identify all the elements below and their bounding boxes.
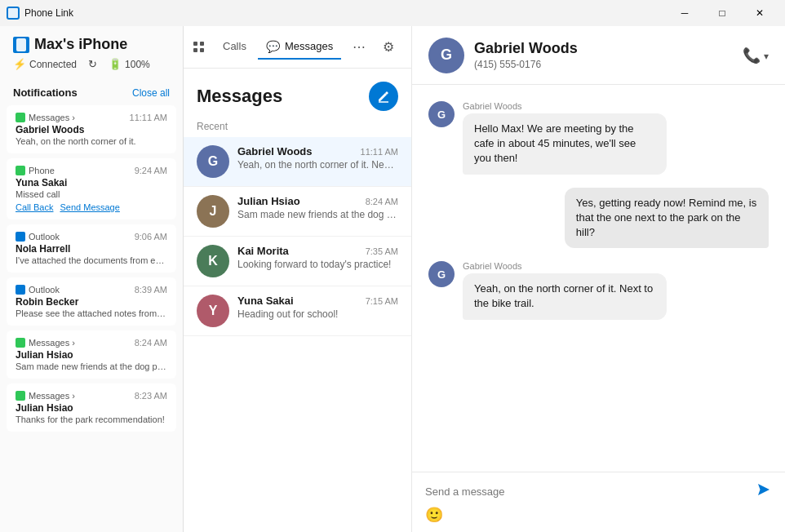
- chat-contact: G Gabriel Woods (415) 555-0176: [428, 38, 578, 73]
- device-name-row: Max's iPhone: [13, 36, 170, 53]
- notif-time: 9:24 AM: [135, 166, 167, 175]
- titlebar: Phone Link ─ □ ✕: [0, 0, 785, 26]
- notif-source-icon: [16, 338, 25, 348]
- msg-name: Kai Morita: [237, 245, 289, 257]
- tab-messages[interactable]: 💬 Messages: [258, 35, 341, 60]
- svg-rect-1: [16, 38, 26, 51]
- msg-content: Yuna Sakai 7:15 AM Heading out for schoo…: [237, 295, 398, 320]
- notif-action-button[interactable]: Send Message: [60, 202, 119, 212]
- close-all-button[interactable]: Close all: [132, 87, 170, 99]
- notif-source-icon: [16, 113, 25, 122]
- msg-content: Kai Morita 7:35 AM Looking forward to to…: [237, 245, 398, 270]
- chat-msg-avatar: G: [428, 261, 455, 287]
- more-options-button[interactable]: ⋯: [346, 34, 372, 60]
- notif-name: Julian Hsiao: [16, 349, 167, 361]
- titlebar-left: Phone Link: [7, 7, 73, 20]
- notif-name: Robin Becker: [16, 296, 167, 308]
- chevron-down-icon: [764, 47, 769, 64]
- notif-name: Gabriel Woods: [16, 124, 167, 135]
- conversation-item[interactable]: Y Yuna Sakai 7:15 AM Heading out for sch…: [184, 286, 411, 336]
- chat-msg-content: Gabriel Woods Hello Max! We are meeting …: [463, 101, 667, 175]
- notif-preview: Please see the attached notes from last …: [16, 308, 167, 318]
- bluetooth-icon: ⚡: [13, 58, 26, 70]
- messages-title: Messages: [197, 86, 282, 107]
- notif-preview: Yeah, on the north corner of it.: [16, 136, 167, 146]
- messages-tab-label: Messages: [285, 40, 333, 52]
- tab-calls[interactable]: Calls: [215, 35, 255, 59]
- notif-source-icon: [16, 391, 25, 401]
- msg-preview: Heading out for school!: [237, 308, 398, 320]
- conversation-item[interactable]: G Gabriel Woods 11:11 AM Yeah, on the no…: [184, 137, 411, 187]
- notif-action-button[interactable]: Call Back: [16, 202, 53, 212]
- messages-panel: Calls 💬 Messages ⋯ ⚙ Messages Recent: [184, 26, 412, 532]
- notifications-header: Notifications Close all: [0, 80, 183, 102]
- bluetooth-label: Connected: [29, 59, 77, 70]
- app-icon: [7, 7, 20, 20]
- top-nav: Calls 💬 Messages ⋯ ⚙: [184, 26, 411, 69]
- conversation-item[interactable]: J Julian Hsiao 8:24 AM Sam made new frie…: [184, 187, 411, 237]
- titlebar-controls: ─ □ ✕: [666, 0, 778, 26]
- conversation-item[interactable]: K Kai Morita 7:35 AM Looking forward to …: [184, 237, 411, 286]
- message-list: G Gabriel Woods 11:11 AM Yeah, on the no…: [184, 137, 411, 532]
- avatar: Y: [197, 295, 229, 327]
- sync-status: ↻: [88, 58, 97, 70]
- phone-icon: 📞: [743, 47, 761, 64]
- chat-contact-info: Gabriel Woods (415) 555-0176: [474, 40, 578, 70]
- avatar: K: [197, 245, 229, 277]
- notif-time: 9:06 AM: [135, 232, 167, 242]
- battery-icon: 🔋: [109, 58, 122, 70]
- msg-preview: Sam made new friends at the dog park yes…: [237, 209, 398, 220]
- maximize-button[interactable]: □: [703, 0, 741, 26]
- notif-preview: Missed call: [16, 189, 167, 199]
- notification-item[interactable]: Messages › 8:23 AM Julian Hsiao Thanks f…: [7, 383, 176, 432]
- chat-contact-name: Gabriel Woods: [474, 40, 578, 57]
- msg-time: 8:24 AM: [366, 197, 398, 206]
- msg-name: Gabriel Woods: [237, 145, 313, 157]
- notification-item[interactable]: Outlook 9:06 AM Nola Harrell I've attach…: [7, 224, 176, 273]
- settings-button[interactable]: ⚙: [375, 34, 401, 60]
- chat-bubble: Hello Max! We are meeting by the cafe in…: [463, 113, 667, 175]
- chat-input-row: [425, 481, 772, 503]
- sync-icon: ↻: [88, 58, 97, 70]
- grid-icon: [193, 42, 205, 53]
- notif-time: 8:23 AM: [135, 391, 167, 401]
- calls-tab-label: Calls: [223, 40, 246, 52]
- notif-name: Yuna Sakai: [16, 177, 167, 188]
- device-name: Max's iPhone: [34, 36, 127, 53]
- messages-header: Messages: [184, 69, 411, 117]
- msg-name: Julian Hsiao: [237, 195, 300, 207]
- notif-source: Messages ›: [16, 113, 75, 122]
- chat-message-row: Yes, getting ready now! Remind me, is th…: [428, 188, 769, 249]
- call-button[interactable]: 📞: [743, 47, 769, 64]
- avatar: G: [197, 145, 229, 178]
- notification-item[interactable]: Phone 9:24 AM Yuna Sakai Missed call Cal…: [7, 158, 176, 219]
- device-status: ⚡ Connected ↻ 🔋 100%: [13, 58, 170, 70]
- minimize-button[interactable]: ─: [666, 0, 703, 26]
- send-button[interactable]: [756, 481, 772, 502]
- nav-right: ⋯ ⚙: [346, 34, 401, 60]
- recent-label: Recent: [184, 117, 411, 137]
- battery-label: 100%: [125, 59, 150, 70]
- msg-content: Julian Hsiao 8:24 AM Sam made new friend…: [237, 195, 398, 220]
- msg-preview: Looking forward to today's practice!: [237, 259, 398, 270]
- notif-source: Outlook: [16, 285, 60, 295]
- chat-msg-content: Gabriel Woods Yeah, on the north corner …: [463, 261, 667, 319]
- sidebar: Max's iPhone ⚡ Connected ↻ 🔋 100% Notifi…: [0, 26, 184, 532]
- compose-button[interactable]: [369, 82, 398, 111]
- notification-item[interactable]: Outlook 8:39 AM Robin Becker Please see …: [7, 277, 176, 326]
- svg-rect-0: [8, 8, 18, 18]
- notification-item[interactable]: Messages › 11:11 AM Gabriel Woods Yeah, …: [7, 105, 176, 153]
- notif-source-icon: [16, 285, 25, 295]
- emoji-button[interactable]: 🙂: [425, 506, 443, 524]
- device-icon: [13, 37, 29, 53]
- message-input[interactable]: [425, 481, 749, 503]
- notifications-list: Messages › 11:11 AM Gabriel Woods Yeah, …: [0, 102, 183, 532]
- notif-preview: Thanks for the park recommendation!: [16, 415, 167, 424]
- notif-time: 11:11 AM: [130, 113, 167, 122]
- chat-bubble: Yes, getting ready now! Remind me, is th…: [565, 188, 769, 249]
- close-button[interactable]: ✕: [741, 0, 778, 26]
- notification-item[interactable]: Messages › 8:24 AM Julian Hsiao Sam made…: [7, 330, 176, 379]
- msg-preview: Yeah, on the north corner of it. Next to…: [237, 159, 398, 171]
- notif-source: Outlook: [16, 232, 60, 242]
- msg-name: Yuna Sakai: [237, 295, 294, 307]
